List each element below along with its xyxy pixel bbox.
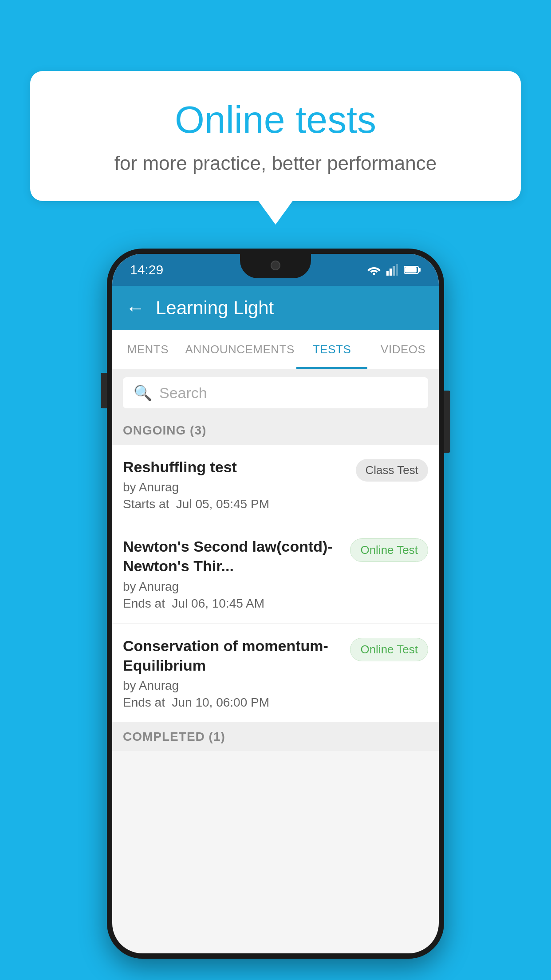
tab-videos[interactable]: VIDEOS [367, 330, 439, 369]
wifi-icon [367, 265, 381, 275]
tab-ments[interactable]: MENTS [112, 330, 184, 369]
test-time-reshuffling: Starts at Jul 05, 05:45 PM [123, 497, 349, 511]
completed-label: COMPLETED (1) [123, 730, 225, 743]
svg-point-0 [373, 273, 375, 275]
test-name-conservation: Conservation of momentum-Equilibrium [123, 636, 343, 675]
search-input-wrapper[interactable]: 🔍 Search [123, 377, 428, 408]
camera-icon [271, 261, 280, 270]
test-item-newton[interactable]: Newton's Second law(contd)-Newton's Thir… [112, 524, 439, 623]
test-author-conservation: by Anurag [123, 679, 343, 693]
search-placeholder: Search [159, 384, 207, 402]
phone-notch [240, 254, 311, 278]
completed-section-header: COMPLETED (1) [112, 723, 439, 751]
search-icon: 🔍 [134, 384, 152, 402]
ongoing-label: ONGOING (3) [123, 423, 206, 437]
bubble-subtitle: for more practice, better performance [66, 152, 485, 174]
test-author-newton: by Anurag [123, 580, 343, 594]
bubble-title: Online tests [66, 98, 485, 142]
phone-mockup: 14:29 [107, 249, 444, 959]
status-bar: 14:29 [112, 254, 439, 286]
test-info-reshuffling: Reshuffling test by Anurag Starts at Jul… [123, 457, 349, 511]
test-list: Reshuffling test by Anurag Starts at Jul… [112, 445, 439, 723]
test-item-conservation[interactable]: Conservation of momentum-Equilibrium by … [112, 624, 439, 723]
phone-screen: 14:29 [112, 254, 439, 953]
test-name-reshuffling: Reshuffling test [123, 457, 349, 477]
app-bar-title: Learning Light [156, 297, 274, 319]
speech-bubble: Online tests for more practice, better p… [30, 71, 521, 201]
svg-rect-6 [419, 268, 421, 272]
ongoing-section-header: ONGOING (3) [112, 416, 439, 445]
tabs-bar: MENTS ANNOUNCEMENTS TESTS VIDEOS [112, 330, 439, 369]
svg-rect-1 [386, 271, 389, 276]
test-time-conservation: Ends at Jun 10, 06:00 PM [123, 695, 343, 710]
app-bar: ← Learning Light [112, 286, 439, 330]
svg-rect-7 [405, 267, 417, 273]
test-info-conservation: Conservation of momentum-Equilibrium by … [123, 636, 343, 710]
test-badge-reshuffling: Class Test [356, 459, 428, 482]
svg-rect-3 [393, 266, 395, 276]
bubble-arrow [258, 200, 293, 225]
status-time: 14:29 [130, 262, 163, 277]
signal-icon [386, 264, 399, 276]
test-badge-newton: Online Test [350, 538, 428, 562]
svg-rect-4 [396, 264, 398, 276]
speech-bubble-section: Online tests for more practice, better p… [30, 71, 521, 225]
status-icons [367, 264, 421, 276]
back-button[interactable]: ← [126, 297, 145, 319]
tab-tests[interactable]: TESTS [296, 330, 368, 369]
phone-frame: 14:29 [107, 249, 444, 959]
search-section: 🔍 Search [112, 369, 439, 416]
test-badge-conservation: Online Test [350, 638, 428, 661]
tab-announcements[interactable]: ANNOUNCEMENTS [184, 330, 296, 369]
test-info-newton: Newton's Second law(contd)-Newton's Thir… [123, 537, 343, 610]
test-name-newton: Newton's Second law(contd)-Newton's Thir… [123, 537, 343, 576]
svg-rect-2 [390, 269, 392, 276]
test-item-reshuffling[interactable]: Reshuffling test by Anurag Starts at Jul… [112, 445, 439, 524]
test-time-newton: Ends at Jul 06, 10:45 AM [123, 597, 343, 611]
battery-icon [404, 265, 421, 274]
test-author-reshuffling: by Anurag [123, 480, 349, 494]
